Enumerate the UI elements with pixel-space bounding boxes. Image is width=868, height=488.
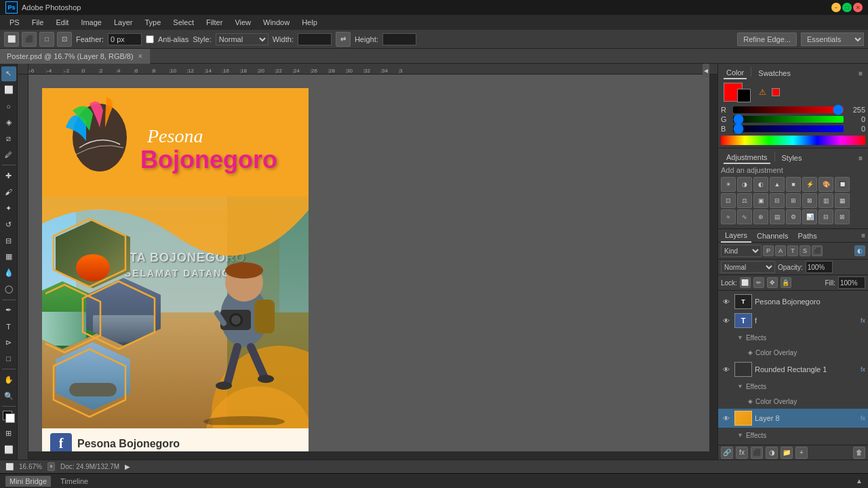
maximize-button[interactable]: □	[842, 3, 852, 12]
lock-all-btn[interactable]: 🔒	[781, 277, 791, 288]
menu-window[interactable]: Window	[258, 17, 295, 28]
screen-mode-button[interactable]: ⬜	[1, 442, 16, 457]
style-select[interactable]: Normal Fixed Ratio Fixed Size	[216, 33, 269, 45]
clone-tool[interactable]: ✦	[1, 201, 16, 216]
canvas-scrollbar-bottom[interactable]	[28, 451, 709, 460]
width-input[interactable]	[298, 33, 332, 45]
mini-bridge-expand-button[interactable]: ▲	[856, 477, 863, 485]
menu-select[interactable]: Select	[167, 17, 199, 28]
adj-extra8[interactable]: ⊠	[835, 209, 850, 224]
layer-blend-mode-select[interactable]: Normal Multiply Screen	[721, 261, 775, 273]
eraser-tool[interactable]: ⊟	[1, 233, 16, 248]
adj-photo-filter[interactable]: ⊡	[721, 193, 736, 208]
shape-tool[interactable]: □	[1, 351, 16, 366]
lock-transparent-btn[interactable]: ⬜	[740, 277, 751, 288]
adj-extra6[interactable]: 📊	[802, 209, 817, 224]
adj-extra5[interactable]: ⚙	[786, 209, 801, 224]
menu-help[interactable]: Help	[296, 17, 323, 28]
add-layer-style-button[interactable]: fx	[736, 447, 748, 459]
zoom-tool[interactable]: 🔍	[1, 388, 16, 403]
marquee-tool[interactable]: ⬜	[1, 83, 16, 98]
add-mask-button[interactable]: ⬛	[751, 447, 763, 459]
feather-input[interactable]	[108, 33, 142, 45]
layers-filter-kind-select[interactable]: Kind Name Effect	[721, 245, 762, 257]
brush-tool[interactable]: 🖌	[1, 184, 16, 199]
layer-item-pesona[interactable]: 👁 T Pesona Bojonegoro	[718, 292, 868, 311]
anti-alias-checkbox[interactable]	[146, 35, 154, 43]
adj-color-balance[interactable]: 🎨	[818, 177, 833, 192]
layer-visibility-f[interactable]: 👁	[721, 315, 732, 326]
refine-edge-button[interactable]: Refine Edge...	[737, 33, 797, 46]
zoom-indicator-button[interactable]: ⌖	[47, 462, 55, 471]
adj-threshold[interactable]: ⊠	[802, 193, 817, 208]
lock-pixels-btn[interactable]: ✏	[753, 277, 764, 288]
adjustments-tab[interactable]: Adjustments	[724, 152, 770, 164]
adj-extra1[interactable]: ≈	[721, 209, 736, 224]
pen-tool[interactable]: ✒	[1, 303, 16, 318]
eyedropper-tool[interactable]: 🖉	[1, 148, 16, 163]
layer-visibility-layer8[interactable]: 👁	[721, 413, 732, 424]
layer-subitem-coloroverlay-2[interactable]: ◈ Color Overlay	[718, 394, 868, 409]
new-adjustment-button[interactable]: ◑	[766, 447, 778, 459]
filter-toggle-btn[interactable]: ◐	[854, 245, 865, 256]
adj-curves[interactable]: ◐	[753, 177, 768, 192]
adj-hue-sat[interactable]: ⚡	[802, 177, 817, 192]
layer-visibility-pesona[interactable]: 👁	[721, 296, 732, 307]
menu-layer[interactable]: Layer	[108, 17, 138, 28]
canvas-scrollbar-right[interactable]	[709, 75, 717, 460]
swap-dimensions-button[interactable]: ⇄	[336, 32, 351, 47]
history-brush-tool[interactable]: ↺	[1, 217, 16, 232]
layer-item-f[interactable]: 👁 T f fx	[718, 311, 868, 330]
color-spectrum[interactable]	[721, 136, 865, 145]
menu-type[interactable]: Type	[140, 17, 167, 28]
quick-mask-button[interactable]: ⊞	[1, 426, 16, 441]
hand-tool[interactable]: ✋	[1, 372, 16, 387]
marquee-tool-option4[interactable]: ⊡	[57, 32, 72, 47]
timeline-tab[interactable]: Timeline	[56, 476, 92, 487]
menu-edit[interactable]: Edit	[50, 17, 74, 28]
adj-exposure[interactable]: ▲	[770, 177, 785, 192]
lock-position-btn[interactable]: ✥	[767, 277, 778, 288]
adj-vibrance[interactable]: ■	[786, 177, 801, 192]
adj-extra2[interactable]: ∿	[737, 209, 752, 224]
crop-tool[interactable]: ⧄	[1, 131, 16, 146]
mini-bridge-tab[interactable]: Mini Bridge	[5, 476, 51, 487]
b-slider[interactable]	[733, 125, 844, 132]
menu-image[interactable]: Image	[75, 17, 107, 28]
channels-tab[interactable]: Channels	[753, 229, 792, 243]
swatches-tab[interactable]: Swatches	[755, 67, 793, 79]
filter-pixel-btn[interactable]: P	[763, 245, 774, 256]
marquee-tool-option2[interactable]: ⬛	[22, 32, 37, 47]
menu-ps[interactable]: PS	[4, 17, 25, 28]
adj-bw[interactable]: 🔲	[835, 177, 850, 192]
fill-input[interactable]	[838, 277, 865, 289]
r-slider[interactable]	[733, 106, 844, 113]
new-layer-button[interactable]: +	[795, 447, 808, 459]
lasso-tool[interactable]: ○	[1, 99, 16, 114]
dodge-tool[interactable]: ◯	[1, 282, 16, 297]
adj-extra7[interactable]: ⊟	[818, 209, 833, 224]
status-left-button[interactable]: ⬜	[5, 463, 14, 470]
adj-channel-mixer[interactable]: ⚖	[737, 193, 752, 208]
move-tool[interactable]: ↖	[1, 66, 16, 81]
layer-subitem-effects-3[interactable]: ▼ Effects	[718, 428, 868, 443]
styles-tab[interactable]: Styles	[779, 152, 805, 164]
status-arrow-button[interactable]: ▶	[125, 463, 130, 470]
g-slider[interactable]	[733, 116, 844, 123]
delete-layer-button[interactable]: 🗑	[853, 447, 865, 459]
adj-gradient-map[interactable]: ▥	[818, 193, 833, 208]
path-selection-tool[interactable]: ⊳	[1, 336, 16, 350]
link-layers-button[interactable]: 🔗	[721, 447, 733, 459]
blur-tool[interactable]: 💧	[1, 266, 16, 281]
adj-brightness-contrast[interactable]: ☀	[721, 177, 736, 192]
workspace-select[interactable]: Essentials Photography Painting	[801, 33, 864, 46]
menu-filter[interactable]: Filter	[201, 17, 228, 28]
close-button[interactable]: ✕	[853, 3, 863, 12]
height-input[interactable]	[382, 33, 416, 45]
layer-subitem-effects-1[interactable]: ▼ Effects	[718, 330, 868, 345]
adj-selective-color[interactable]: ▦	[835, 193, 850, 208]
adj-extra4[interactable]: ▤	[770, 209, 785, 224]
type-tool[interactable]: T	[1, 319, 16, 334]
adj-color-lookup[interactable]: ▣	[753, 193, 768, 208]
layers-panel-menu[interactable]: ≡	[861, 232, 865, 239]
